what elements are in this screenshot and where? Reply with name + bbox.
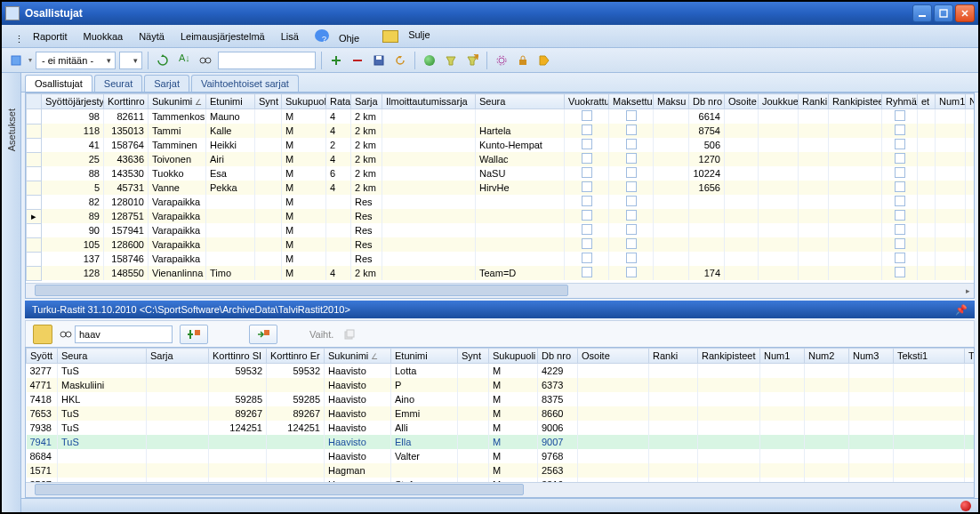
- tb-view-button[interactable]: [7, 52, 25, 69]
- grid1-header[interactable]: Rankipisteet: [829, 94, 882, 109]
- vaiht-button[interactable]: [341, 325, 358, 343]
- table-row[interactable]: 4771MaskuliiniHaavistoPM6373: [27, 378, 975, 392]
- archive-search-input[interactable]: [75, 325, 173, 343]
- table-row[interactable]: 88143530TuokkoEsaM62 kmNaSU10224: [27, 166, 975, 181]
- table-row[interactable]: 3277TuS5953259532HaavistoLottaM4229: [27, 364, 975, 378]
- checkbox[interactable]: [582, 224, 592, 235]
- table-row[interactable]: 9882611TammenkoskiMaunoM42 km6614: [27, 109, 975, 124]
- table-row[interactable]: 2543636ToivonenAiriM42 kmWallac1270: [27, 152, 975, 166]
- close-button[interactable]: [955, 4, 975, 22]
- grid2-header[interactable]: Sukunimi ∠: [325, 349, 391, 364]
- checkbox[interactable]: [582, 238, 592, 249]
- grid1-header[interactable]: Ilmoittautumissarja: [382, 94, 476, 109]
- tab-osallistujat[interactable]: Osallistujat: [25, 75, 92, 92]
- minimize-button[interactable]: [912, 4, 932, 22]
- menu-ohje[interactable]: ?Ohje: [308, 26, 374, 47]
- table-row[interactable]: 137158746VarapaikkaMRes: [27, 252, 975, 266]
- grid2-header[interactable]: Korttinro SI: [209, 349, 267, 364]
- tb-undo-button[interactable]: [391, 52, 409, 69]
- grid1-header[interactable]: Etunimi: [206, 94, 255, 109]
- grid1-hscrollbar[interactable]: ▸: [26, 283, 974, 298]
- grid1-header[interactable]: Maksettu: [609, 94, 654, 109]
- checkbox[interactable]: [895, 196, 905, 206]
- menu-leimaus[interactable]: Leimausjärjestelmä: [173, 28, 272, 45]
- grid1-header[interactable]: Num2: [966, 94, 975, 109]
- grid1-header[interactable]: Ryhmä: [882, 94, 918, 109]
- filter-dropdown[interactable]: - ei mitään -: [36, 52, 116, 69]
- checkbox[interactable]: [895, 153, 905, 164]
- checkbox[interactable]: [582, 253, 592, 263]
- archive-go-button[interactable]: [249, 325, 277, 344]
- table-row[interactable]: 1571HagmanM2563: [27, 463, 975, 478]
- checkbox[interactable]: [626, 224, 637, 235]
- secondary-dropdown[interactable]: [119, 52, 142, 69]
- checkbox[interactable]: [895, 110, 905, 121]
- checkbox[interactable]: [626, 267, 637, 277]
- grid1-header[interactable]: Seura: [476, 94, 565, 109]
- grid2-header[interactable]: Teksti2: [965, 349, 975, 364]
- grid1-header[interactable]: Sarja: [351, 94, 382, 109]
- tb-action2-button[interactable]: [514, 52, 532, 69]
- table-row[interactable]: 128148550VienanlinnaTimoM42 kmTeam=D174: [27, 266, 975, 280]
- dropdown-arrow-icon[interactable]: ▾: [28, 56, 32, 64]
- checkbox[interactable]: [626, 124, 637, 135]
- checkbox[interactable]: [582, 110, 592, 121]
- toolbar-search-input[interactable]: [218, 52, 316, 69]
- grid2-header[interactable]: Teksti1: [894, 349, 965, 364]
- checkbox[interactable]: [626, 181, 637, 192]
- grid1-header[interactable]: [27, 94, 42, 109]
- tb-refresh-button[interactable]: [154, 52, 172, 69]
- tb-action3-button[interactable]: [535, 52, 553, 69]
- tb-green-dot-button[interactable]: [421, 52, 438, 69]
- table-row[interactable]: 7653TuS8926789267HaavistoEmmiM8660: [27, 406, 975, 421]
- tb-save-button[interactable]: [370, 52, 388, 69]
- checkbox[interactable]: [582, 167, 592, 178]
- grid2-header[interactable]: Sukupuoli: [489, 349, 538, 364]
- tab-seurat[interactable]: Seurat: [94, 75, 142, 92]
- grid1-header[interactable]: Sukupuoli: [282, 94, 326, 109]
- grid1-header[interactable]: Syöttöjärjestys: [42, 94, 104, 109]
- grid1-header[interactable]: Rata: [326, 94, 351, 109]
- checkbox[interactable]: [895, 167, 905, 178]
- grid1-header[interactable]: Ranki: [799, 94, 829, 109]
- table-row[interactable]: 105128600VarapaikkaMRes: [27, 237, 975, 252]
- grid2-header[interactable]: Rankipisteet: [698, 349, 760, 364]
- table-row[interactable]: 7941TuSHaavistoEllaM9007: [27, 435, 975, 449]
- checkbox[interactable]: [895, 139, 905, 149]
- menu-nayta[interactable]: Näytä: [132, 28, 172, 45]
- table-row[interactable]: 545731VannePekkaM42 kmHirvHe1656: [27, 181, 975, 195]
- pin-icon[interactable]: 📌: [955, 304, 968, 316]
- grid1-header[interactable]: Num1: [936, 94, 966, 109]
- checkbox[interactable]: [895, 267, 905, 277]
- table-row[interactable]: 90157941VarapaikkaMRes: [27, 223, 975, 237]
- grid1-header[interactable]: Db nro: [689, 94, 725, 109]
- checkbox[interactable]: [895, 238, 905, 249]
- checkbox[interactable]: [626, 210, 637, 221]
- grid1-header[interactable]: Korttinro: [104, 94, 149, 109]
- table-row[interactable]: 7938TuS124251124251HaavistoAlliM9006: [27, 421, 975, 435]
- tb-add-button[interactable]: [327, 52, 345, 69]
- checkbox[interactable]: [626, 153, 637, 164]
- grid2-header[interactable]: Num2: [805, 349, 849, 364]
- checkbox[interactable]: [582, 124, 592, 135]
- tb-filter-button[interactable]: [442, 52, 460, 69]
- grid2-hscrollbar[interactable]: [26, 482, 974, 497]
- tab-sarjat[interactable]: Sarjat: [144, 75, 189, 92]
- menu-muokkaa[interactable]: Muokkaa: [76, 28, 131, 45]
- checkbox[interactable]: [582, 210, 592, 221]
- grid2-header[interactable]: Num1: [760, 349, 805, 364]
- checkbox[interactable]: [582, 153, 592, 164]
- checkbox[interactable]: [895, 253, 905, 263]
- checkbox[interactable]: [626, 253, 637, 263]
- menu-sulje[interactable]: Sulje: [375, 26, 444, 45]
- checkbox[interactable]: [895, 210, 905, 221]
- checkbox[interactable]: [582, 196, 592, 206]
- grid2-header[interactable]: Num3: [849, 349, 894, 364]
- checkbox[interactable]: [895, 124, 905, 135]
- archive-grid[interactable]: SyöttSeuraSarjaKorttinro SIKorttinro ErS…: [26, 348, 974, 482]
- grid1-header[interactable]: Vuokrattu: [565, 94, 609, 109]
- menu-lisa[interactable]: Lisä: [274, 28, 306, 45]
- grid1-header[interactable]: Joukkue: [759, 94, 799, 109]
- checkbox[interactable]: [626, 196, 637, 206]
- table-row[interactable]: 41158764TamminenHeikkiM22 kmKunto-Hempat…: [27, 138, 975, 152]
